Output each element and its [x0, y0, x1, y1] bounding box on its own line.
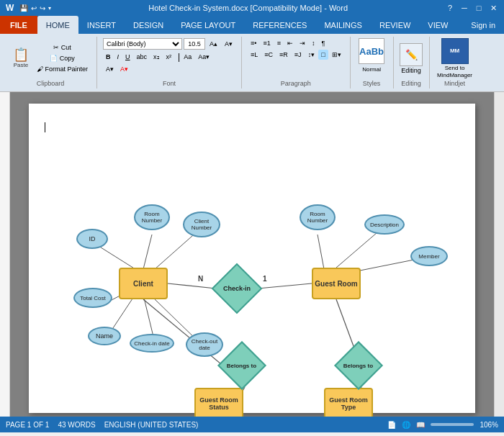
- entity-guest-room-status[interactable]: Guest RoomStatus: [194, 388, 243, 417]
- attr-description[interactable]: Description: [364, 214, 405, 235]
- document-page[interactable]: N 1 1 N 1 N: [29, 104, 475, 413]
- align-center-button[interactable]: ≡C: [261, 50, 276, 60]
- title-bar: W 💾 ↩ ↪ ▾ Hotel Check-in System.docx [Co…: [0, 0, 504, 16]
- ribbon-group-font: Calibri (Body) A▴ A▾ B I U abc x₂ x² | A…: [97, 37, 242, 88]
- tab-page-layout[interactable]: PAGE LAYOUT: [172, 16, 244, 34]
- paste-icon: 📋: [13, 48, 29, 61]
- decrease-indent-button[interactable]: ⇤: [284, 38, 296, 48]
- vertical-scrollbar[interactable]: [494, 92, 504, 417]
- show-marks-button[interactable]: ¶: [319, 38, 328, 48]
- tab-home[interactable]: HOME: [37, 16, 78, 34]
- clear-format-button[interactable]: Aa: [181, 52, 194, 62]
- attr-client-number[interactable]: ClientNumber: [183, 212, 220, 237]
- attr-client-id[interactable]: ID: [76, 229, 108, 249]
- paste-button[interactable]: 📋 Paste: [10, 46, 32, 71]
- bullets-button[interactable]: ≡•: [248, 38, 259, 48]
- attr-checkin-date[interactable]: Check-in date: [130, 334, 174, 353]
- change-case-button[interactable]: Aa▾: [195, 52, 212, 62]
- quick-save-icon[interactable]: 💾: [19, 4, 28, 12]
- clipboard-label: Clipboard: [37, 78, 65, 87]
- font-size-input[interactable]: [184, 38, 205, 50]
- increase-indent-button[interactable]: ⇥: [297, 38, 308, 48]
- subscript-button[interactable]: x₂: [150, 52, 163, 62]
- font-label: Font: [163, 78, 176, 87]
- svg-line-19: [318, 235, 324, 269]
- font-color-button[interactable]: A▾: [117, 64, 131, 74]
- status-right: 📄 🌐 📖 106%: [387, 421, 498, 429]
- align-right-button[interactable]: ≡R: [276, 50, 291, 60]
- minimize-button[interactable]: ─: [459, 3, 469, 13]
- mindmanager-label: Send toMindManager: [437, 65, 472, 78]
- line-spacing-button[interactable]: ↕▾: [305, 50, 318, 60]
- tab-mailings[interactable]: MAILINGS: [315, 16, 371, 34]
- styles-preview: AaBb: [359, 38, 384, 64]
- borders-button[interactable]: ⊞▾: [329, 50, 344, 60]
- justify-button[interactable]: ≡J: [292, 50, 305, 60]
- editing-button[interactable]: ✏️ Editing: [400, 43, 423, 74]
- underline-button[interactable]: U: [122, 52, 133, 62]
- attr-name[interactable]: Name: [88, 327, 121, 345]
- highlight-button[interactable]: A▾: [103, 64, 117, 74]
- redo-icon[interactable]: ↪: [40, 4, 45, 12]
- undo-icon[interactable]: ↩: [31, 4, 37, 12]
- relation-belongs-to-status[interactable]: Belongs to: [217, 341, 266, 390]
- er-diagram: N 1 1 N 1 N: [36, 111, 468, 413]
- styles-name-label: Normal: [362, 66, 381, 73]
- close-button[interactable]: ✕: [488, 3, 498, 13]
- multilevel-button[interactable]: ≡: [274, 38, 284, 48]
- attr-room-number-gr[interactable]: RoomNumber: [300, 204, 336, 230]
- tab-view[interactable]: VIEW: [419, 16, 456, 34]
- vertical-ruler: [0, 92, 10, 417]
- tab-references[interactable]: REFERENCES: [244, 16, 315, 34]
- zoom-slider[interactable]: [431, 423, 474, 426]
- format-painter-button[interactable]: 🖌 Format Painter: [34, 64, 91, 74]
- view-print-icon[interactable]: 📄: [387, 421, 396, 429]
- help-button[interactable]: ?: [445, 3, 455, 13]
- entity-guest-room[interactable]: Guest Room: [312, 268, 361, 299]
- page-count: PAGE 1 OF 1: [6, 421, 49, 429]
- numbering-button[interactable]: ≡1: [260, 38, 273, 48]
- cut-button[interactable]: ✂ Cut: [34, 42, 91, 53]
- entity-guest-room-type[interactable]: Guest RoomType: [324, 388, 373, 417]
- attr-member[interactable]: Member: [410, 246, 448, 266]
- sign-in-button[interactable]: Sign in: [462, 16, 504, 34]
- language-indicator: ENGLISH (UNITED STATES): [104, 421, 199, 429]
- relation-belongs-to-type[interactable]: Belongs to: [334, 341, 383, 390]
- mindmanager-button[interactable]: MM Send toMindManager: [437, 38, 472, 78]
- align-left-button[interactable]: ≡L: [248, 50, 261, 60]
- shading-button[interactable]: □: [318, 50, 328, 60]
- word-count: 43 WORDS: [58, 421, 95, 429]
- superscript-button[interactable]: x²: [163, 52, 175, 62]
- strikethrough-button[interactable]: abc: [134, 52, 150, 62]
- svg-line-20: [336, 228, 382, 268]
- view-read-icon[interactable]: 📖: [416, 421, 425, 429]
- word-icon: W: [6, 3, 14, 13]
- attr-checkout-date[interactable]: Check-outdate: [186, 332, 223, 357]
- maximize-button[interactable]: □: [474, 3, 484, 13]
- mindjet-icon: MM: [441, 38, 469, 64]
- tab-review[interactable]: REVIEW: [371, 16, 419, 34]
- ribbon-group-mindjet: MM Send toMindManager Mindjet: [430, 37, 480, 88]
- font-name-select[interactable]: Calibri (Body): [103, 38, 182, 50]
- attr-total-cost[interactable]: Total Cost: [73, 288, 112, 308]
- tab-design[interactable]: DESIGN: [125, 16, 172, 34]
- attr-room-number-client[interactable]: RoomNumber: [134, 204, 170, 230]
- tab-insert[interactable]: INSERT: [78, 16, 125, 34]
- view-web-icon[interactable]: 🌐: [402, 421, 410, 429]
- font-size-increase[interactable]: A▴: [207, 39, 220, 49]
- styles-label: Styles: [363, 78, 381, 87]
- scroll-container[interactable]: N 1 1 N 1 N: [10, 92, 494, 417]
- ribbon-content: 📋 Paste ✂ Cut 📄 Copy 🖌 Format Painter Cl…: [0, 34, 504, 92]
- copy-button[interactable]: 📄 Copy: [34, 53, 91, 63]
- ribbon-tab-bar: FILE HOME INSERT DESIGN PAGE LAYOUT REFE…: [0, 16, 504, 34]
- ribbon-group-paragraph: ≡• ≡1 ≡ ⇤ ⇥ ↕ ¶ ≡L ≡C ≡R ≡J ↕▾ □ ⊞▾ Para…: [242, 37, 351, 88]
- sort-button[interactable]: ↕: [309, 38, 318, 48]
- tab-file[interactable]: FILE: [0, 16, 37, 34]
- italic-button[interactable]: I: [114, 52, 122, 62]
- font-size-decrease[interactable]: A▾: [222, 39, 235, 49]
- relation-checkin[interactable]: Check-in: [212, 263, 263, 314]
- bold-button[interactable]: B: [103, 52, 114, 62]
- paragraph-label: Paragraph: [281, 78, 311, 87]
- entity-client[interactable]: Client: [119, 268, 168, 299]
- ribbon-group-editing: ✏️ Editing Editing: [394, 37, 430, 88]
